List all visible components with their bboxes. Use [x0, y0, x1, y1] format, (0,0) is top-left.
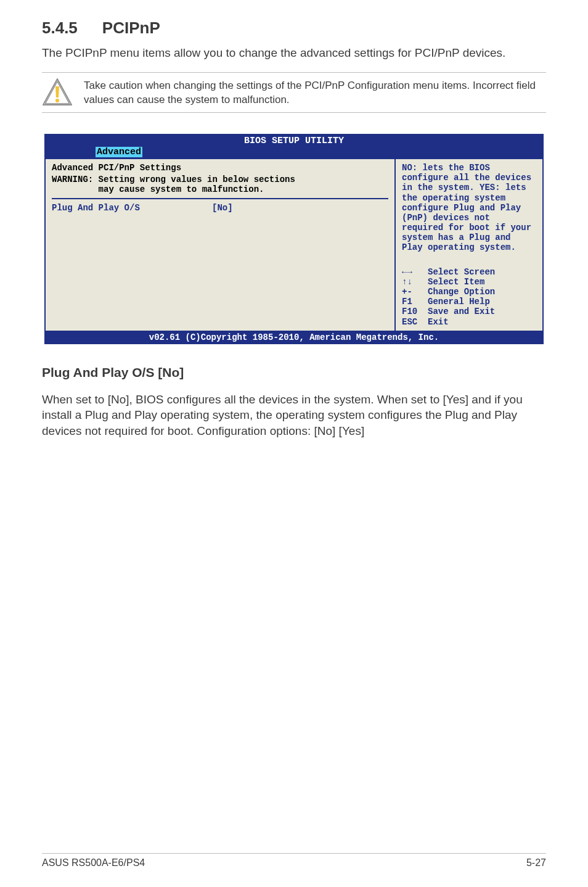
bios-footer: v02.61 (C)Copyright 1985-2010, American …	[44, 331, 544, 344]
bios-setting-row: Plug And Play O/S [No]	[52, 203, 388, 213]
bios-tab-advanced[interactable]: Advanced	[96, 147, 142, 157]
bios-left-heading: Advanced PCI/PnP Settings	[52, 163, 388, 173]
warning-icon	[42, 78, 73, 106]
section-title: PCIPnP	[102, 19, 160, 38]
bios-key-hints: ←→ Select Screen ↑↓ Select Item +- Chang…	[402, 267, 536, 327]
bios-window: BIOS SETUP UTILITY Advanced Advanced PCI…	[44, 134, 544, 344]
bios-right-pane: NO: lets the BIOS configure all the devi…	[396, 159, 542, 330]
bios-key-row: ←→ Select Screen	[402, 267, 536, 277]
bios-key-row: ↑↓ Select Item	[402, 277, 536, 287]
plug-section-heading: Plug And Play O/S [No]	[42, 365, 546, 380]
bios-title: BIOS SETUP UTILITY	[44, 134, 544, 147]
plug-section-body: When set to [No], BIOS configures all th…	[42, 392, 546, 439]
bios-key-row: F10 Save and Exit	[402, 307, 536, 316]
section-heading: 5.4.5 PCIPnP	[42, 19, 546, 38]
bios-key-row: +- Change Option	[402, 287, 536, 297]
footer-right: 5-27	[526, 857, 546, 868]
bios-tab-bar: Advanced	[44, 147, 544, 159]
bios-key-row: ESC Exit	[402, 317, 536, 327]
svg-point-2	[55, 99, 59, 102]
intro-paragraph: The PCIPnP menu items allow you to chang…	[42, 45, 546, 61]
bios-body: Advanced PCI/PnP Settings WARNING: Setti…	[44, 159, 544, 330]
bios-setting-label: Plug And Play O/S	[52, 203, 212, 213]
bios-left-pane: Advanced PCI/PnP Settings WARNING: Setti…	[46, 159, 396, 330]
page-footer: ASUS RS500A-E6/PS4 5-27	[42, 853, 546, 868]
section-number: 5.4.5	[42, 19, 78, 38]
bios-left-warning: WARNING: Setting wrong values in below s…	[52, 175, 388, 199]
bios-key-row: F1 General Help	[402, 297, 536, 307]
footer-left: ASUS RS500A-E6/PS4	[42, 857, 145, 868]
bios-setting-value[interactable]: [No]	[212, 203, 233, 213]
caution-text: Take caution when changing the settings …	[84, 78, 546, 107]
bios-tab-label: Advanced	[97, 147, 141, 157]
bios-help-text: NO: lets the BIOS configure all the devi…	[402, 163, 536, 252]
caution-box: Take caution when changing the settings …	[42, 72, 546, 113]
